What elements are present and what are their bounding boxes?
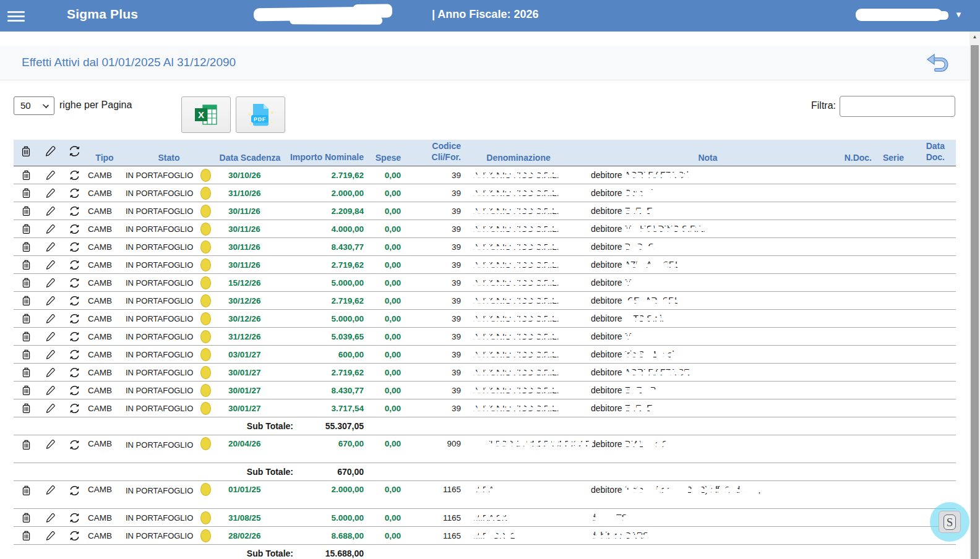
cell-denominazione: MIF- GR- 2 (461, 531, 576, 540)
delete-row-button[interactable] (14, 481, 38, 496)
col-header-codice: Codice Cli/For. (401, 141, 461, 163)
export-pdf-button[interactable]: PDF (236, 96, 285, 133)
refresh-row-button[interactable] (62, 295, 87, 307)
delete-row-button[interactable] (14, 241, 38, 252)
refresh-row-button[interactable] (62, 512, 87, 524)
delete-row-button[interactable] (14, 435, 38, 450)
pencil-edit-icon (45, 531, 56, 541)
delete-row-button[interactable] (14, 169, 38, 181)
edit-row-button[interactable] (38, 331, 62, 342)
page-title: Effetti Attivi dal 01/01/2025 Al 31/12/2… (22, 56, 236, 69)
stato-text: IN PORTAFOGLIO (126, 207, 193, 216)
refresh-row-button[interactable] (62, 241, 87, 253)
cell-importo-nominale: 2.719,62 (285, 260, 364, 270)
back-button[interactable] (926, 53, 950, 74)
edit-row-button[interactable] (38, 278, 62, 288)
edit-row-button[interactable] (38, 224, 62, 234)
delete-row-button[interactable] (14, 295, 38, 306)
redacted-nota: AZI- -A--- SRL (624, 260, 679, 270)
refresh-row-button[interactable] (62, 435, 87, 451)
edit-row-button[interactable] (38, 385, 62, 396)
refresh-row-button[interactable] (62, 331, 87, 343)
delete-row-button[interactable] (14, 331, 38, 342)
refresh-row-button[interactable] (62, 367, 87, 378)
cell-spese: 0,00 (364, 435, 401, 448)
refresh-row-button[interactable] (62, 385, 87, 396)
pdf-export-icon: PDF (247, 101, 274, 129)
redacted-user-name (856, 9, 942, 21)
delete-row-button[interactable] (14, 277, 38, 288)
delete-row-button[interactable] (14, 187, 38, 198)
cell-spese: 0,00 (364, 481, 401, 494)
stato-text: IN PORTAFOGLIO (126, 440, 193, 450)
refresh-row-button[interactable] (62, 169, 87, 181)
scrollbar-up-arrow-icon[interactable]: ▲ (969, 32, 980, 42)
status-dot-yellow (200, 511, 211, 524)
edit-row-button[interactable] (38, 403, 62, 414)
edit-row-button[interactable] (38, 435, 62, 450)
user-menu-caret-icon[interactable]: ▼ (955, 10, 963, 19)
delete-row-button[interactable] (14, 512, 38, 523)
edit-row-button[interactable] (38, 513, 62, 523)
delete-row-button[interactable] (14, 313, 38, 324)
refresh-row-button[interactable] (62, 277, 87, 289)
redacted-nota: ---TS S.r.l. (624, 314, 664, 323)
scrollbar-thumb[interactable] (971, 45, 979, 559)
delete-row-button[interactable] (14, 259, 38, 270)
cell-tipo: CAMB (87, 404, 123, 413)
subtotal-row: Sub Totale: 670,00 (14, 463, 956, 481)
refresh-row-button[interactable] (62, 205, 87, 217)
edit-row-button[interactable] (38, 314, 62, 324)
edit-row-button[interactable] (38, 188, 62, 198)
export-excel-button[interactable]: X (181, 96, 231, 133)
redacted-denominazione: ANTONIO FICO S.R.L. (473, 260, 559, 270)
pencil-edit-icon (45, 188, 56, 198)
delete-row-button[interactable] (14, 223, 38, 234)
col-header-serie: Serie (879, 153, 908, 163)
edit-row-button[interactable] (38, 170, 62, 181)
delete-row-button[interactable] (14, 530, 38, 541)
edit-row-button[interactable] (38, 531, 62, 541)
cell-importo-nominale: 2.209,84 (285, 207, 364, 216)
redacted-denominazione: ANTONIO FICO S.R.L. (473, 368, 559, 377)
cell-data-scadenza: 30/11/26 (215, 207, 285, 216)
cell-nota: debitore AZI- -A--- SRL (576, 260, 840, 270)
edit-row-button[interactable] (38, 349, 62, 360)
hamburger-menu-icon[interactable] (6, 9, 26, 23)
edit-row-button[interactable] (38, 242, 62, 252)
cell-spese: 0,00 (364, 189, 401, 198)
edit-row-button[interactable] (38, 260, 62, 270)
cell-data-scadenza: 30/01/27 (215, 404, 285, 413)
trash-icon (22, 205, 31, 216)
edit-row-button[interactable] (38, 367, 62, 378)
refresh-row-button[interactable] (62, 481, 87, 497)
floating-s-button[interactable]: S (930, 502, 969, 542)
refresh-row-button[interactable] (62, 530, 87, 542)
stato-text: IN PORTAFOGLIO (126, 386, 193, 395)
fiscal-year-label: | Anno Fiscale: 2026 (432, 8, 538, 21)
refresh-icon (69, 223, 80, 235)
cell-stato: IN PORTAFOGLIO (123, 348, 215, 361)
refresh-row-button[interactable] (62, 187, 87, 199)
refresh-row-button[interactable] (62, 403, 87, 414)
delete-row-button[interactable] (14, 367, 38, 378)
filter-input[interactable] (840, 96, 955, 117)
pencil-edit-icon (45, 439, 56, 450)
cell-importo-nominale: 670,00 (285, 435, 364, 448)
edit-row-button[interactable] (38, 296, 62, 306)
refresh-row-button[interactable] (62, 349, 87, 361)
delete-row-button[interactable] (14, 385, 38, 396)
edit-row-button[interactable] (38, 481, 62, 495)
refresh-icon (69, 169, 80, 181)
refresh-row-button[interactable] (62, 259, 87, 271)
redacted-nota: Iris S-- 1- aol- (624, 349, 677, 359)
refresh-row-button[interactable] (62, 313, 87, 325)
rows-per-page-select[interactable]: 50 (14, 96, 54, 115)
delete-row-button[interactable] (14, 349, 38, 360)
refresh-icon (69, 205, 80, 217)
edit-row-button[interactable] (38, 206, 62, 216)
vertical-scrollbar[interactable]: ▲ (969, 32, 980, 559)
delete-row-button[interactable] (14, 403, 38, 414)
refresh-row-button[interactable] (62, 223, 87, 235)
delete-row-button[interactable] (14, 205, 38, 216)
